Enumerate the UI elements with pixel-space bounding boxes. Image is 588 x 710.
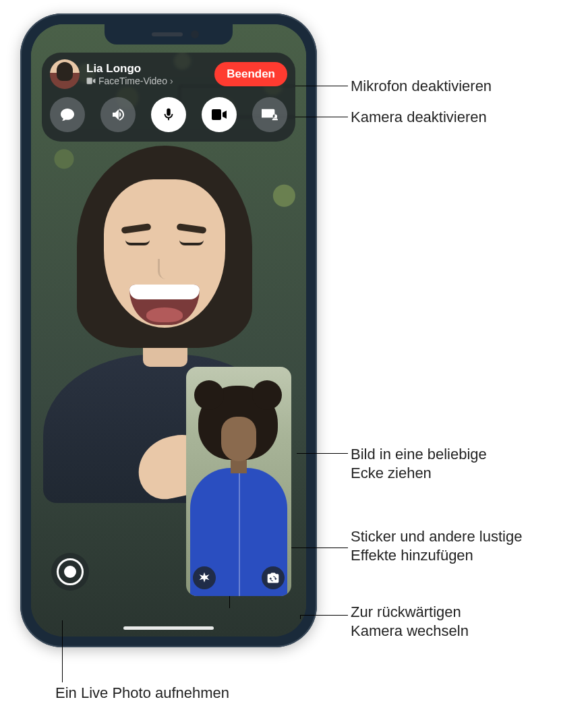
phone-frame: Lia Longo FaceTime-Video › Beenden xyxy=(20,13,317,647)
caller-name: Lia Longo xyxy=(86,62,208,76)
home-indicator[interactable] xyxy=(123,626,214,630)
lead-line xyxy=(62,620,63,682)
callout-live-photo: Ein Live Photo aufnehmen xyxy=(55,684,229,703)
callout-mute-mic: Mikrofon deaktivieren xyxy=(351,77,492,96)
messages-icon xyxy=(59,107,76,123)
caller-subtitle: FaceTime-Video › xyxy=(86,76,208,86)
speaker-icon xyxy=(110,107,126,123)
chevron-right-icon: › xyxy=(170,76,173,86)
mute-mic-button[interactable] xyxy=(151,97,186,132)
mute-camera-button[interactable] xyxy=(202,97,237,132)
caller-subtitle-text: FaceTime-Video xyxy=(98,76,167,86)
share-screen-icon xyxy=(262,107,278,122)
messages-button[interactable] xyxy=(50,97,85,132)
self-video xyxy=(186,367,291,596)
callout-drag-pip: Bild in eine beliebige Ecke ziehen xyxy=(351,445,487,483)
flip-camera-button[interactable] xyxy=(262,566,285,589)
screen: Lia Longo FaceTime-Video › Beenden xyxy=(31,24,306,637)
share-screen-button[interactable] xyxy=(252,97,287,132)
callout-mute-cam: Kamera deaktivieren xyxy=(351,108,487,127)
lead-line xyxy=(297,453,348,454)
speaker-button[interactable] xyxy=(100,97,136,132)
video-icon xyxy=(86,78,96,84)
live-photo-icon xyxy=(57,558,84,585)
camera-icon xyxy=(211,109,227,121)
caller-avatar xyxy=(50,59,80,89)
caller-info: Lia Longo FaceTime-Video › xyxy=(86,62,208,86)
live-photo-button[interactable] xyxy=(51,553,89,591)
end-call-button[interactable]: Beenden xyxy=(214,62,287,86)
call-controls-panel: Lia Longo FaceTime-Video › Beenden xyxy=(42,53,295,142)
call-header[interactable]: Lia Longo FaceTime-Video › Beenden xyxy=(50,59,287,89)
lead-line xyxy=(300,615,348,616)
effects-icon xyxy=(198,571,211,585)
flip-camera-icon xyxy=(266,571,280,585)
lead-line xyxy=(300,615,301,619)
effects-button[interactable] xyxy=(193,566,216,589)
callout-flip: Zur rückwärtigen Kamera wechseln xyxy=(351,603,469,641)
notch xyxy=(105,24,233,45)
self-view-pip[interactable] xyxy=(186,367,291,596)
callout-effects: Sticker und andere lustige Effekte hinzu… xyxy=(351,527,522,565)
microphone-icon xyxy=(161,107,176,122)
